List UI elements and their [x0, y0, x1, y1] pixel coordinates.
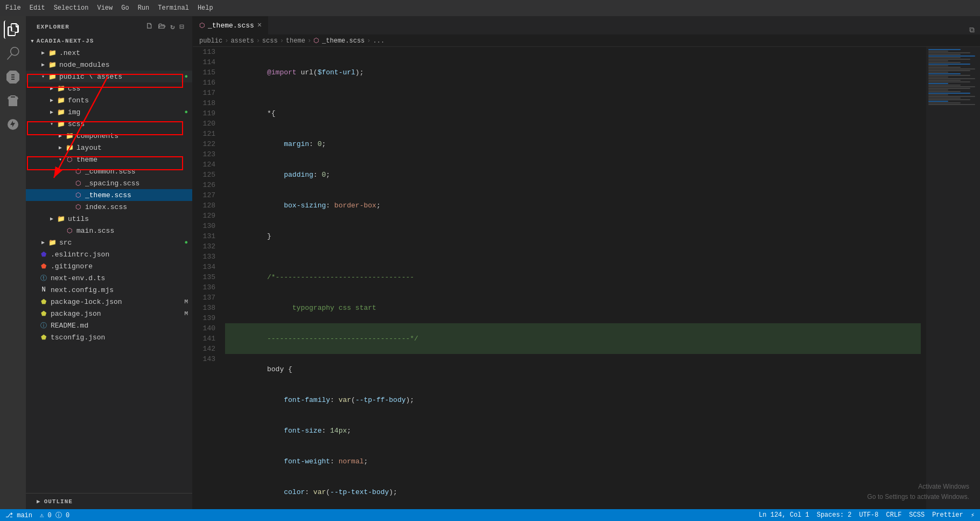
tree-item-public-assets[interactable]: ▾ 📁 public \ assets ● — [26, 71, 192, 82]
mini-line-14 — [928, 70, 970, 71]
menu-go[interactable]: Go — [121, 4, 129, 12]
code-line-113 — [225, 47, 921, 57]
tree-item-eslint[interactable]: ⬟ .eslintrc.json — [26, 248, 192, 260]
css-expand-icon: ▶ — [47, 84, 56, 93]
project-name[interactable]: ▾ ACADIA-NEXT-JS — [26, 35, 192, 47]
code-line-116: *{ — [225, 98, 921, 129]
mini-line-26 — [928, 89, 948, 91]
status-lang[interactable]: SCSS — [909, 511, 925, 519]
tab-close-button[interactable]: × — [257, 21, 262, 30]
menu-view[interactable]: View — [97, 4, 113, 12]
collapse-all-icon[interactable]: ⊟ — [179, 21, 186, 32]
mini-line-22 — [928, 83, 948, 84]
tree-item-index-scss[interactable]: ▶ ⬡ index.scss — [26, 201, 192, 213]
status-ln-col[interactable]: Ln 124, Col 1 — [759, 511, 809, 519]
code-area[interactable]: @import url($font-url); *{ margin: 0; pa… — [220, 47, 926, 509]
code-line-127: font-size: 14px; — [225, 415, 921, 446]
theme-expand-icon: ▾ — [56, 155, 65, 164]
git-icon: ⬟ — [39, 261, 48, 271]
refresh-icon[interactable]: ↻ — [169, 21, 176, 32]
menu-run[interactable]: Run — [138, 4, 150, 12]
status-notifications[interactable]: ⚡ — [971, 511, 975, 519]
activity-search[interactable] — [4, 44, 22, 62]
sep2: › — [256, 37, 260, 45]
tree-item-fonts[interactable]: ▶ 📁 fonts — [26, 94, 192, 106]
tree-item-spacing-scss[interactable]: ▶ ⬡ _spacing.scss — [26, 177, 192, 189]
tree-item-next[interactable]: ▶ 📁 .next — [26, 47, 192, 59]
sidebar: EXPLORER 🗋 🗁 ↻ ⊟ ▾ ACADIA-NEXT-JS ▶ 📁 .n… — [26, 16, 193, 509]
menu-selection[interactable]: Selection — [54, 4, 89, 12]
new-folder-icon[interactable]: 🗁 — [157, 21, 167, 32]
mini-line-7 — [928, 59, 970, 60]
mini-line-11 — [928, 65, 948, 66]
nm-label: node_modules — [59, 61, 110, 69]
code-line-122: /*--------------------------------- — [225, 262, 921, 293]
img-badge: ● — [184, 109, 188, 115]
tree-item-components[interactable]: ▶ 📁 components — [26, 130, 192, 142]
tree-item-common-scss[interactable]: ▶ ⬡ _common.scss — [26, 165, 192, 177]
tree-item-pkg[interactable]: ⬟ package.json M — [26, 308, 192, 319]
tree-item-css[interactable]: ▶ 📁 css — [26, 82, 192, 94]
menu-help[interactable]: Help — [198, 4, 213, 12]
mini-line-16 — [928, 73, 961, 74]
theme-label: theme — [76, 156, 97, 164]
pkg-lock-label: package-lock.json — [51, 298, 122, 306]
tree-item-main-scss[interactable]: ▶ ⬡ main.scss — [26, 225, 192, 237]
status-prettier[interactable]: Prettier — [932, 511, 963, 519]
status-encoding[interactable]: UTF-8 — [859, 511, 879, 519]
status-spaces[interactable]: Spaces: 2 — [817, 511, 852, 519]
split-editor-icon[interactable]: ⧉ — [969, 26, 975, 34]
code-line-124: ----------------------------------*/ — [225, 323, 921, 354]
tree-item-gitignore[interactable]: ⬟ .gitignore — [26, 260, 192, 272]
breadcrumb-theme: theme — [286, 37, 305, 45]
comp-expand-icon: ▶ — [56, 131, 65, 140]
code-line-125: body { — [225, 354, 921, 385]
tree-item-theme[interactable]: ▾ ⬡ theme — [26, 154, 192, 165]
menu-file[interactable]: File — [5, 4, 21, 12]
code-line-115 — [225, 88, 921, 98]
mini-line-33 — [928, 101, 948, 102]
status-errors[interactable]: ⚠ 0 ⓘ 0 — [40, 511, 69, 520]
new-file-icon[interactable]: 🗋 — [144, 21, 155, 32]
tab-scss-icon: ⬡ — [199, 22, 205, 30]
tree-item-img[interactable]: ▶ 📁 img ● — [26, 106, 192, 118]
scss-folder-icon: 📁 — [56, 119, 66, 129]
sidebar-header: EXPLORER 🗋 🗁 ↻ ⊟ — [26, 16, 192, 35]
sep4: › — [307, 37, 311, 45]
tree-item-tsconfig[interactable]: ⬟ tsconfig.json — [26, 331, 192, 343]
tab-theme-scss[interactable]: ⬡ _theme.scss × — [193, 16, 269, 34]
tree-item-next-config[interactable]: Ν next.config.mjs — [26, 284, 192, 296]
next-label: .next — [59, 49, 80, 57]
outline-panel[interactable]: ▶ OUTLINE — [26, 493, 192, 509]
next-expand-icon: ▶ — [39, 48, 47, 57]
status-eol[interactable]: CRLF — [886, 511, 902, 519]
code-line-117: margin: 0; — [225, 129, 921, 159]
utils-expand-icon: ▶ — [47, 214, 56, 223]
layout-folder-icon: 📁 — [65, 143, 74, 152]
pkg-lock-badge: M — [184, 298, 188, 305]
menu-terminal[interactable]: Terminal — [158, 4, 189, 12]
tree-item-utils[interactable]: ▶ 📁 utils — [26, 213, 192, 225]
menu-edit[interactable]: Edit — [30, 4, 45, 12]
tree-item-readme[interactable]: ⓘ README.md — [26, 319, 192, 331]
tree-item-scss[interactable]: ▾ 📁 scss — [26, 118, 192, 130]
activity-explorer[interactable] — [4, 20, 22, 39]
tree-item-node-modules[interactable]: ▶ 📁 node_modules — [26, 59, 192, 71]
activity-bar — [0, 16, 26, 509]
tree-item-layout[interactable]: ▶ 📁 layout — [26, 142, 192, 154]
titlebar-menus: File Edit Selection View Go Run Terminal… — [5, 4, 213, 12]
tree-item-next-env[interactable]: ⓣ next-env.d.ts — [26, 272, 192, 284]
tree-item-theme-scss[interactable]: ▶ ⬡ _theme.scss — [26, 189, 192, 201]
code-line-129: color: var(--tp-text-body); — [225, 477, 921, 508]
comp-folder-icon: 📁 — [65, 131, 74, 141]
fonts-label: fonts — [68, 96, 89, 105]
tree-item-src[interactable]: ▶ 📁 src ● — [26, 237, 192, 248]
status-branch[interactable]: ⎇ main — [5, 511, 32, 519]
editor-content: 113 114 115 116 117 118 119 120 121 122 … — [193, 47, 980, 509]
tree-item-pkg-lock[interactable]: ⬟ package-lock.json M — [26, 296, 192, 308]
activity-debug[interactable] — [4, 92, 22, 110]
activity-git[interactable] — [4, 68, 22, 86]
sep1: › — [225, 37, 228, 45]
activity-extensions[interactable] — [4, 115, 22, 134]
sep5: › — [367, 37, 370, 45]
